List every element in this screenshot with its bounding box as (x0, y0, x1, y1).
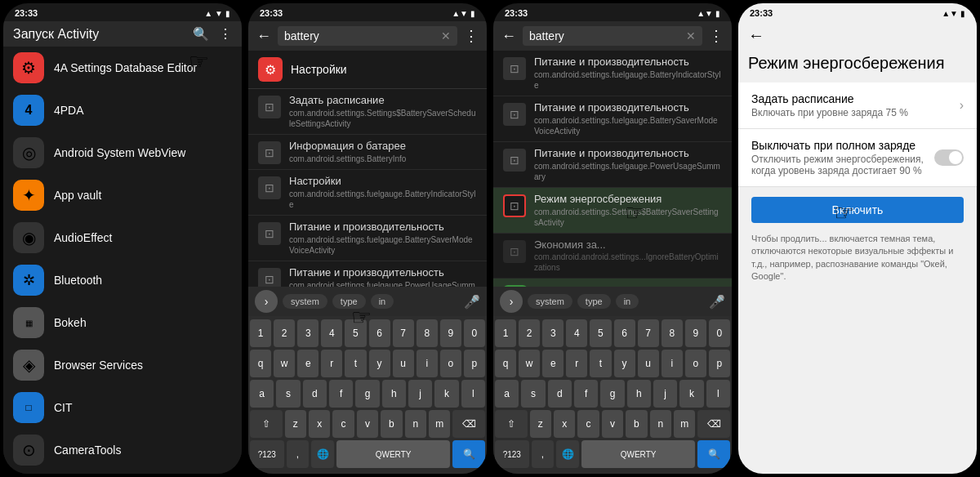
kb-m-2[interactable]: m (429, 410, 450, 438)
kb-comma-3[interactable]: , (532, 440, 555, 468)
kb-comma-2[interactable]: , (287, 440, 310, 468)
kb-q-3[interactable]: q (495, 350, 516, 377)
kb-m-3[interactable]: m (674, 410, 695, 438)
kb-v-3[interactable]: v (602, 410, 623, 438)
kb-space-2[interactable]: QWERTY (336, 440, 450, 468)
kb-o-2[interactable]: o (440, 350, 461, 377)
app-item-4pda[interactable]: 4 4PDA (3, 89, 242, 132)
kb-t-3[interactable]: t (590, 350, 611, 377)
search-more-2[interactable]: ⋮ (464, 27, 479, 45)
search-bar-3[interactable]: ← battery ✕ ⋮ (493, 21, 732, 51)
kb-u-2[interactable]: u (393, 350, 414, 377)
search-input-area-2[interactable]: battery ✕ (278, 26, 457, 46)
kb-del-3[interactable]: ⌫ (697, 410, 730, 438)
search-icon[interactable]: 🔍 (193, 26, 209, 42)
mic-button-3[interactable]: 🎤 (709, 294, 725, 310)
kb-l-2[interactable]: l (461, 380, 485, 408)
kb-key-5-2[interactable]: 5 (345, 319, 366, 347)
search-input-area-3[interactable]: battery ✕ (523, 26, 702, 46)
kb-g-3[interactable]: g (600, 380, 624, 408)
kb-u-3[interactable]: u (638, 350, 659, 377)
result-item-3-2[interactable]: ⊡ Питание и производительность com.andro… (493, 142, 732, 188)
kb-o-3[interactable]: o (685, 350, 706, 377)
chip-in-2[interactable]: in (371, 294, 394, 309)
kb-n-2[interactable]: n (405, 410, 426, 438)
toggle-fullcharge[interactable] (934, 149, 964, 166)
kb-c-2[interactable]: c (332, 410, 354, 438)
kb-r-3[interactable]: r (566, 350, 587, 377)
result-item-2-2[interactable]: ⊡ Настройки com.android.settings.fuelgau… (248, 170, 487, 216)
kb-key-3-2[interactable]: 3 (297, 319, 318, 347)
kb-a-2[interactable]: a (250, 380, 274, 408)
result-item-2-4[interactable]: ⊡ Питание и производительность com.andro… (248, 261, 487, 287)
kb-n-3[interactable]: n (650, 410, 671, 438)
kb-key-4-3[interactable]: 4 (566, 319, 587, 347)
kb-s-3[interactable]: s (521, 380, 545, 408)
kb-j-3[interactable]: j (653, 380, 677, 408)
kb-l-3[interactable]: l (706, 380, 730, 408)
kb-key-7-3[interactable]: 7 (638, 319, 659, 347)
back-button-2[interactable]: ← (256, 28, 271, 45)
kb-key-5-3[interactable]: 5 (590, 319, 611, 347)
more-icon[interactable]: ⋮ (219, 26, 232, 42)
app-item-camera[interactable]: ⊙ CameraTools (3, 429, 242, 471)
kb-a-3[interactable]: a (495, 380, 519, 408)
result-item-3-1[interactable]: ⊡ Питание и производительность com.andro… (493, 96, 732, 142)
back-button-4[interactable]: ← (748, 26, 764, 45)
kb-k-2[interactable]: k (434, 380, 458, 408)
kb-e-3[interactable]: e (542, 350, 564, 377)
kb-z-3[interactable]: z (530, 410, 551, 438)
chip-system-3[interactable]: system (528, 294, 572, 309)
kb-p-3[interactable]: p (709, 350, 730, 377)
chip-type-2[interactable]: type (332, 294, 366, 309)
kb-s-2[interactable]: s (276, 380, 300, 408)
app-item-bokeh[interactable]: ▦ Bokeh (3, 301, 242, 344)
kb-key-9-3[interactable]: 9 (685, 319, 706, 347)
kb-h-2[interactable]: h (382, 380, 406, 408)
kb-shift-3[interactable]: ⇧ (495, 410, 528, 438)
kb-i-2[interactable]: i (416, 350, 438, 377)
kb-key-2-3[interactable]: 2 (519, 319, 540, 347)
app-item-settings-db[interactable]: ⚙ 4A Settings Database Editor (3, 47, 242, 89)
kb-key-6-2[interactable]: 6 (369, 319, 390, 347)
kb-globe-2[interactable]: 🌐 (311, 440, 334, 468)
kb-key-8-3[interactable]: 8 (662, 319, 683, 347)
kb-t-2[interactable]: t (345, 350, 366, 377)
kb-f-3[interactable]: f (574, 380, 598, 408)
kb-key-8-2[interactable]: 8 (416, 319, 438, 347)
keyboard-2[interactable]: 1 2 3 4 5 6 7 8 9 0 q w e r t y u i o p … (248, 316, 487, 474)
kb-search-3[interactable]: 🔍 (697, 440, 730, 468)
arrow-button-3[interactable]: › (500, 290, 523, 313)
kb-space-3[interactable]: QWERTY (581, 440, 695, 468)
app-item-vault[interactable]: ✦ App vault (3, 174, 242, 216)
kb-globe-3[interactable]: 🌐 (556, 440, 579, 468)
kb-123-3[interactable]: ?123 (495, 440, 529, 468)
kb-key-6-3[interactable]: 6 (614, 319, 635, 347)
kb-g-2[interactable]: g (355, 380, 379, 408)
kb-h-3[interactable]: h (627, 380, 651, 408)
kb-w-3[interactable]: w (519, 350, 540, 377)
kb-y-2[interactable]: y (369, 350, 390, 377)
kb-v-2[interactable]: v (357, 410, 378, 438)
keyboard-3[interactable]: 1 2 3 4 5 6 7 8 9 0 q w e r t y u i o p … (493, 316, 732, 474)
kb-key-1-3[interactable]: 1 (495, 319, 516, 347)
app-item-webview[interactable]: ◎ Android System WebView (3, 132, 242, 174)
kb-key-7-2[interactable]: 7 (393, 319, 414, 347)
kb-x-3[interactable]: x (554, 410, 575, 438)
kb-r-2[interactable]: r (321, 350, 342, 377)
kb-b-2[interactable]: b (381, 410, 402, 438)
chip-system-2[interactable]: system (283, 294, 327, 309)
result-item-3-4[interactable]: ⊡ Экономия за... com.android.android.set… (493, 234, 732, 279)
app-item-cit[interactable]: □ CIT (3, 386, 242, 429)
arrow-button-2[interactable]: › (255, 290, 278, 313)
chip-type-3[interactable]: type (577, 294, 611, 309)
mic-button-2[interactable]: 🎤 (464, 294, 480, 310)
kb-key-0-2[interactable]: 0 (464, 319, 485, 347)
search-bar-2[interactable]: ← battery ✕ ⋮ (248, 21, 487, 51)
kb-q-2[interactable]: q (250, 350, 271, 377)
result-item-2-3[interactable]: ⊡ Питание и производительность com.andro… (248, 216, 487, 261)
kb-key-2-2[interactable]: 2 (274, 319, 295, 347)
result-item-3-3[interactable]: ⊡ Режим энергосбережения com.android.set… (493, 188, 732, 234)
kb-j-2[interactable]: j (408, 380, 432, 408)
kb-z-2[interactable]: z (285, 410, 306, 438)
